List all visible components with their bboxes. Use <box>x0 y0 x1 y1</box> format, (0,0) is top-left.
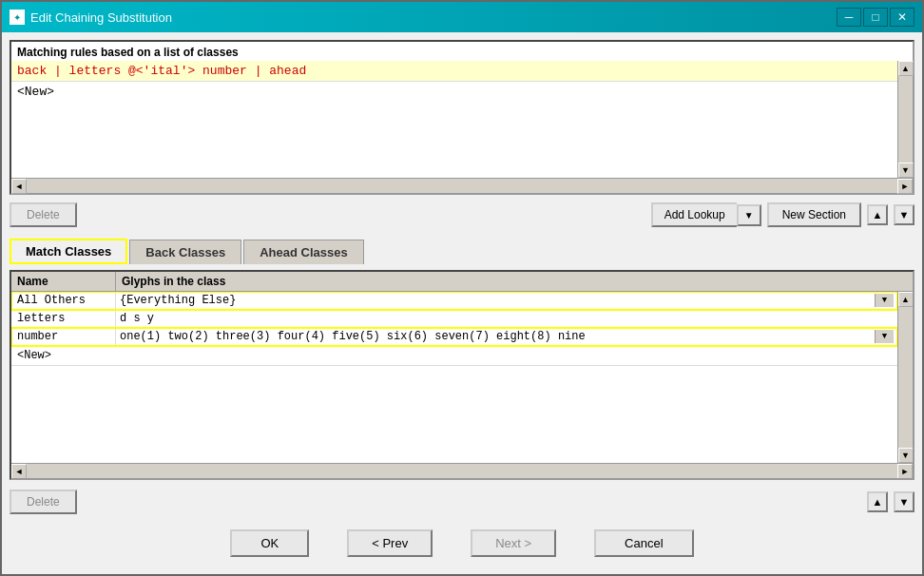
bottom-down-arrow-button[interactable]: ▼ <box>894 491 914 512</box>
window-title: Edit Chaining Substitution <box>30 10 172 25</box>
cell-glyphs-2: one(1) two(2) three(3) four(4) five(5) s… <box>116 328 897 345</box>
cell-glyphs-text-0: {Everything Else} <box>120 294 875 307</box>
hscroll-track <box>27 179 897 193</box>
table-row[interactable]: letters d s y <box>11 310 897 328</box>
rules-hscrollbar[interactable]: ◄ ► <box>11 178 913 193</box>
delete-button[interactable]: Delete <box>10 202 77 227</box>
classes-scroll-track <box>898 307 913 448</box>
tabs-row: Match Classes Back Classes Ahead Classes <box>10 235 914 264</box>
classes-table-section: Name Glyphs in the class All Others {Eve… <box>10 270 914 480</box>
rules-scrollbar[interactable]: ▲ ▼ <box>897 61 913 178</box>
rules-spacer <box>11 102 897 178</box>
title-bar: ✦ Edit Chaining Substitution ─ □ ✕ <box>2 2 922 32</box>
cell-glyphs-text-2: one(1) two(2) three(3) four(4) five(5) s… <box>120 330 875 343</box>
hscroll-right-btn[interactable]: ► <box>897 179 913 194</box>
table-row[interactable]: number one(1) two(2) three(3) four(4) fi… <box>11 328 897 346</box>
add-lookup-dropdown[interactable]: ▼ <box>737 204 761 226</box>
up-arrow-button[interactable]: ▲ <box>867 204 888 225</box>
bottom-toolbar: Delete ▲ ▼ <box>10 486 914 516</box>
minimize-button[interactable]: ─ <box>837 8 861 27</box>
cell-glyphs-text-1: d s y <box>120 312 894 325</box>
tab-match-classes[interactable]: Match Classes <box>10 239 127 264</box>
ok-button[interactable]: OK <box>230 529 309 557</box>
rules-area: back | letters @<'ital'> number | ahead … <box>11 61 913 178</box>
classes-hscroll-right-btn[interactable]: ► <box>897 464 913 479</box>
new-section-button[interactable]: New Section <box>767 202 861 227</box>
cell-name-1: letters <box>11 310 116 327</box>
down-arrow-button[interactable]: ▼ <box>894 204 914 225</box>
scroll-up-btn[interactable]: ▲ <box>898 61 914 76</box>
main-window: ✦ Edit Chaining Substitution ─ □ ✕ Match… <box>0 0 924 576</box>
tab-back-classes[interactable]: Back Classes <box>129 240 241 264</box>
add-lookup-button[interactable]: Add Lookup <box>651 202 737 227</box>
classes-hscrollbar[interactable]: ◄ ► <box>11 463 913 478</box>
toolbar-row: Delete Add Lookup ▼ New Section ▲ ▼ <box>10 201 914 229</box>
window-body: Matching rules based on a list of classe… <box>2 32 922 574</box>
table-row[interactable]: <New> <box>11 346 897 366</box>
table-header: Name Glyphs in the class <box>11 272 913 292</box>
footer: OK < Prev Next > Cancel <box>10 522 914 566</box>
col-name-header: Name <box>11 272 116 291</box>
rules-content: back | letters @<'ital'> number | ahead … <box>11 61 897 178</box>
rule-row-0[interactable]: back | letters @<'ital'> number | ahead <box>11 61 897 82</box>
hscroll-left-btn[interactable]: ◄ <box>11 179 27 194</box>
rule-row-1[interactable]: <New> <box>11 82 897 102</box>
table-rows: All Others {Everything Else} ▼ letters d… <box>11 292 897 463</box>
tab-ahead-classes[interactable]: Ahead Classes <box>243 240 364 264</box>
table-row[interactable]: All Others {Everything Else} ▼ <box>11 292 897 310</box>
classes-scrollbar[interactable]: ▲ ▼ <box>897 292 913 463</box>
scroll-track <box>898 76 913 163</box>
bottom-delete-button[interactable]: Delete <box>10 490 77 514</box>
table-body: All Others {Everything Else} ▼ letters d… <box>11 292 913 463</box>
prev-button[interactable]: < Prev <box>347 529 433 557</box>
classes-scroll-down-btn[interactable]: ▼ <box>898 448 914 463</box>
title-bar-left: ✦ Edit Chaining Substitution <box>10 10 172 25</box>
cell-glyphs-1: d s y <box>116 310 897 327</box>
rules-section: Matching rules based on a list of classe… <box>10 40 914 195</box>
cell-name-0: All Others <box>11 292 116 309</box>
close-button[interactable]: ✕ <box>890 8 914 27</box>
bottom-up-arrow-button[interactable]: ▲ <box>867 491 888 512</box>
add-lookup-container: Add Lookup ▼ <box>651 202 761 227</box>
next-button[interactable]: Next > <box>471 529 556 557</box>
title-bar-buttons: ─ □ ✕ <box>837 8 914 27</box>
cancel-button[interactable]: Cancel <box>594 529 693 557</box>
cell-name-2: number <box>11 328 116 345</box>
classes-hscroll-left-btn[interactable]: ◄ <box>11 464 27 479</box>
cell-glyphs-0: {Everything Else} ▼ <box>116 292 897 309</box>
classes-hscroll-track <box>27 464 897 478</box>
cell-dropdown-0[interactable]: ▼ <box>875 294 894 307</box>
window-icon: ✦ <box>10 10 25 25</box>
cell-dropdown-2[interactable]: ▼ <box>875 330 894 343</box>
scroll-down-btn[interactable]: ▼ <box>898 163 914 178</box>
classes-scroll-up-btn[interactable]: ▲ <box>898 292 914 307</box>
maximize-button[interactable]: □ <box>863 8 888 27</box>
col-glyphs-header: Glyphs in the class <box>116 272 913 291</box>
cell-new-label: <New> <box>11 346 897 365</box>
section-label: Matching rules based on a list of classe… <box>11 42 913 61</box>
